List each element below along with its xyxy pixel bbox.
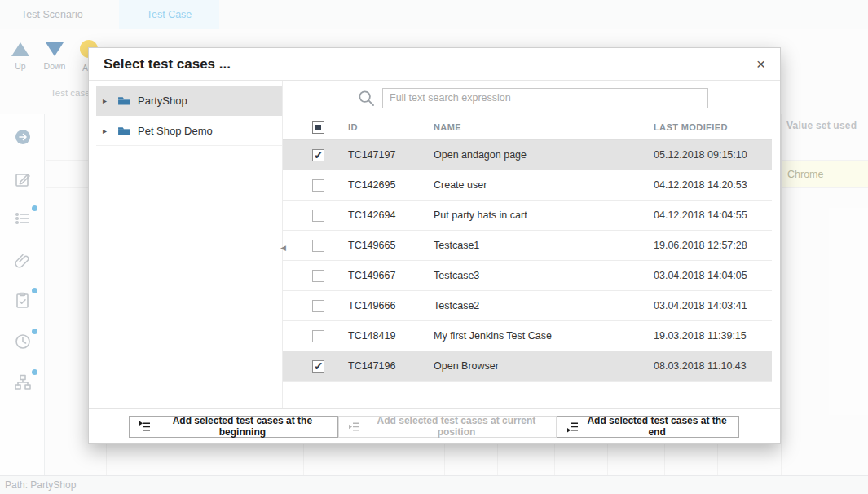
button-label: Add selected test cases at the end [584,415,729,438]
row-checkbox[interactable] [312,360,324,373]
test-case-id: TC149667 [348,270,434,281]
test-case-name: Testcase2 [434,300,654,311]
folder-name: Pet Shop Demo [138,125,213,137]
add-at-end-icon [566,421,579,433]
test-case-row[interactable]: TC147196 Open Browser 08.03.2018 11:10:4… [283,351,772,382]
row-checkbox[interactable] [312,300,324,312]
tree-folder-item[interactable]: ▸ PartyShop [96,86,282,116]
id-column-header: ID [348,122,434,132]
add-at-end-button[interactable]: Add selected test cases at the end [557,416,739,438]
row-checkbox[interactable] [312,179,324,192]
add-at-beginning-button[interactable]: Add selected test cases at the beginning [129,416,338,438]
test-case-modified: 19.03.2018 11:39:15 [654,330,772,342]
test-case-panel: ID NAME LAST MODIFIED TC147197 Open anda… [282,81,780,408]
test-case-name: Create user [434,179,654,191]
test-case-row[interactable]: TC142694 Put party hats in cart 04.12.20… [283,201,772,231]
test-case-id: TC147197 [348,149,434,161]
test-case-row[interactable]: TC149665 Testcase1 19.06.2018 12:57:28 [283,231,772,261]
row-checkbox[interactable] [312,330,324,342]
test-case-modified: 05.12.2018 09:15:10 [654,149,772,161]
test-case-modified: 04.12.2018 14:04:55 [654,210,772,221]
test-case-row[interactable]: TC149666 Testcase2 03.04.2018 14:03:41 [283,291,772,321]
test-case-id: TC149666 [348,300,434,311]
search-input[interactable] [382,88,708,108]
add-at-beginning-icon [139,421,151,433]
name-column-header: NAME [434,122,654,132]
row-checkbox[interactable] [312,270,324,282]
caret-icon: ▸ [103,96,111,105]
test-case-row[interactable]: TC149667 Testcase3 03.04.2018 14:04:05 [283,261,772,291]
folder-icon [117,126,131,136]
collapse-panel-icon[interactable]: ◀ [278,244,289,252]
test-case-id: TC142695 [348,179,434,191]
test-case-row[interactable]: TC147197 Open andagon page 05.12.2018 09… [283,140,772,170]
test-case-modified: 03.04.2018 14:04:05 [654,270,772,281]
add-at-current-position-button[interactable]: Add selected test cases at current posit… [338,416,557,438]
test-case-name: Testcase3 [434,270,654,281]
modified-column-header: LAST MODIFIED [654,122,772,132]
folder-tree: ▸ PartyShop ▸ Pet Shop Demo [89,81,282,408]
folder-icon [117,95,131,106]
dialog-body: ▸ PartyShop ▸ Pet Shop Demo ◀ [89,81,780,408]
test-case-name: Open Browser [434,360,654,372]
button-label: Add selected test cases at the beginning [156,415,328,438]
test-case-name: Open andagon page [434,149,654,161]
test-case-name: My first Jenkins Test Case [434,330,654,342]
test-case-id: TC142694 [348,210,434,221]
caret-icon: ▸ [103,126,111,135]
test-case-name: Put party hats in cart [434,210,654,221]
test-case-id: TC148419 [348,330,434,342]
dialog-title: Select test cases ... [104,56,756,73]
row-checkbox[interactable] [312,240,324,252]
add-at-current-position-icon [348,421,360,433]
table-header: ID NAME LAST MODIFIED [283,115,772,140]
test-case-modified: 19.06.2018 12:57:28 [654,240,772,251]
row-checkbox[interactable] [312,210,324,222]
test-case-name: Testcase1 [434,240,654,251]
close-icon[interactable]: × [756,56,765,72]
test-case-modified: 08.03.2018 11:10:43 [654,360,772,372]
row-checkbox[interactable] [312,149,324,161]
button-label: Add selected test cases at current posit… [366,415,547,438]
test-case-modified: 03.04.2018 14:03:41 [654,300,772,311]
select-all-checkbox[interactable] [312,121,324,134]
test-case-id: TC147196 [348,360,434,372]
dialog-footer: Add selected test cases at the beginning… [89,408,780,443]
test-case-id: TC149665 [348,240,434,251]
search-row [283,81,780,115]
folder-name: PartyShop [138,95,187,107]
select-test-cases-dialog: Select test cases ... × ▸ PartyShop ▸ Pe… [88,47,781,444]
tree-folder-item[interactable]: ▸ Pet Shop Demo [96,116,282,146]
test-case-list: TC147197 Open andagon page 05.12.2018 09… [283,140,780,382]
test-case-row[interactable]: TC148419 My first Jenkins Test Case 19.0… [283,321,772,351]
test-case-modified: 04.12.2018 14:20:53 [654,179,772,191]
dialog-header: Select test cases ... × [89,48,780,81]
test-case-row[interactable]: TC142695 Create user 04.12.2018 14:20:53 [283,170,772,201]
search-icon [358,90,375,107]
